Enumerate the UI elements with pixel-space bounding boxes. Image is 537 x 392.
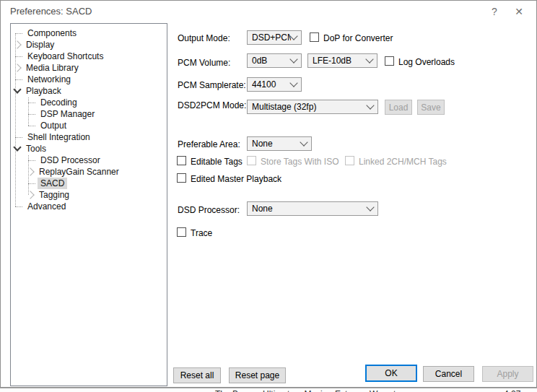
tree-item-label: Playback (25, 85, 63, 97)
tree-item-media-library[interactable]: Media Library (11, 62, 167, 74)
dsd-processor-value: None (252, 204, 367, 214)
background-window-strip: The Bourne Ultimatum Movie - Extreme Way… (0, 388, 537, 392)
tree-item-tools[interactable]: Tools (11, 143, 167, 154)
edited-master-playback-checkbox[interactable] (177, 173, 186, 183)
log-overloads-checkbox[interactable] (385, 56, 394, 66)
tree-item-output[interactable]: Output (11, 120, 167, 131)
editable-tags-label: Editable Tags (191, 157, 243, 167)
tree-item-dsd-processor[interactable]: DSD Processor (11, 154, 167, 166)
tree-connector (28, 183, 35, 184)
tree-item-label: Advanced (26, 201, 67, 212)
chevron-down-icon (289, 79, 297, 87)
close-button[interactable]: ✕ (507, 4, 531, 19)
pcm-samplerate-select[interactable]: 44100 (247, 77, 302, 92)
editable-tags-checkbox[interactable] (177, 156, 186, 165)
tree-item-label: Tools (25, 143, 48, 154)
tree-connector (28, 126, 35, 126)
chevron-right-icon[interactable] (13, 64, 21, 71)
chevron-down-icon[interactable] (13, 85, 21, 93)
tree-item-label: ReplayGain Scanner (38, 166, 121, 178)
store-tags-with-iso-checkbox (247, 156, 256, 165)
tree-item-decoding[interactable]: Decoding (11, 97, 167, 108)
tree-item-tagging[interactable]: Tagging (11, 189, 167, 201)
tree-connector (15, 56, 22, 57)
close-icon: ✕ (515, 6, 523, 17)
title-bar[interactable]: Preferences: SACD ? ✕ (1, 1, 536, 22)
chevron-down-icon (289, 55, 297, 63)
output-mode-value: DSD+PCM (252, 32, 291, 43)
tree-item-dsp-manager[interactable]: DSP Manager (11, 108, 167, 120)
dop-for-converter-checkbox[interactable] (310, 32, 319, 42)
window-title: Preferences: SACD (10, 6, 92, 17)
linked-2ch-mch-tags-label: Linked 2CH/MCH Tags (359, 157, 447, 167)
reset-all-button[interactable]: Reset all (173, 367, 221, 383)
tree-item-advanced[interactable]: Advanced (11, 201, 167, 212)
tree-item-shell-integration[interactable]: Shell Integration (11, 131, 167, 143)
chevron-right-icon[interactable] (26, 167, 34, 175)
chevron-right-icon[interactable] (26, 191, 34, 199)
chevron-down-icon (289, 32, 297, 40)
chevron-down-icon[interactable] (13, 143, 21, 151)
preferable-area-value: None (252, 139, 301, 149)
save-button[interactable]: Save (417, 100, 445, 115)
dsd2pcm-mode-label: DSD2PCM Mode: (178, 100, 246, 110)
load-button[interactable]: Load (385, 100, 412, 115)
output-mode-select[interactable]: DSD+PCM (247, 30, 302, 45)
pcm-volume-select[interactable]: 0dB (247, 53, 302, 68)
background-track-time: 4:27 (504, 389, 520, 392)
chevron-right-icon[interactable] (13, 40, 21, 48)
lfe-volume-select[interactable]: LFE-10dB (307, 53, 377, 68)
ok-button[interactable]: OK (365, 365, 417, 382)
tree-item-networking[interactable]: Networking (11, 74, 167, 85)
tree-item-label: Tagging (38, 189, 71, 201)
tree-connector (28, 114, 35, 115)
tree-connector (28, 160, 35, 161)
help-icon: ? (492, 6, 497, 17)
tree-item-label: Decoding (39, 97, 79, 108)
tree-connector (15, 79, 22, 80)
tree-item-label: Media Library (25, 62, 80, 74)
tree-item-replaygain-scanner[interactable]: ReplayGain Scanner (11, 166, 167, 178)
preferable-area-label: Preferable Area: (178, 139, 240, 149)
tree-item-components[interactable]: Components (11, 27, 167, 39)
store-tags-with-iso-label: Store Tags With ISO (261, 157, 339, 167)
tree-item-keyboard-shortcuts[interactable]: Keyboard Shortcuts (11, 51, 167, 62)
pcm-volume-value: 0dB (252, 56, 291, 66)
preferences-tree: Components Display Keyboard Shortcuts Me… (10, 23, 167, 386)
tree-item-label: DSD Processor (39, 154, 102, 166)
chevron-down-icon (366, 203, 374, 211)
preferable-area-select[interactable]: None (247, 136, 312, 151)
dop-for-converter-label: DoP for Converter (323, 33, 393, 43)
help-button[interactable]: ? (483, 4, 506, 19)
tree-item-label-selected: SACD (38, 178, 67, 189)
chevron-down-icon (366, 101, 374, 109)
dsd2pcm-mode-select[interactable]: Multistage (32fp) (247, 100, 378, 114)
linked-2ch-mch-tags-checkbox (345, 156, 354, 165)
tree-connector (28, 103, 35, 103)
tree-item-label: Components (26, 27, 78, 39)
apply-button[interactable]: Apply (482, 366, 533, 382)
tree-item-label: Shell Integration (26, 131, 92, 143)
tree-item-label: Keyboard Shortcuts (26, 51, 105, 62)
tree-item-playback[interactable]: Playback (11, 85, 167, 97)
reset-page-button[interactable]: Reset page (229, 367, 286, 383)
background-track-text: The Bourne Ultimatum Movie - Extreme Way… (215, 389, 403, 392)
tree-connector (15, 33, 22, 34)
trace-checkbox[interactable] (177, 227, 186, 237)
dsd2pcm-mode-value: Multistage (32fp) (252, 102, 367, 112)
preferences-dialog: Preferences: SACD ? ✕ Components Dis (0, 0, 537, 388)
tree-item-label: Display (25, 39, 56, 51)
tree-item-label: DSP Manager (39, 108, 96, 120)
output-mode-label: Output Mode: (178, 33, 230, 43)
tree-item-label: Output (39, 120, 68, 131)
chevron-down-icon (300, 138, 307, 146)
pcm-volume-label: PCM Volume: (178, 58, 230, 68)
screen: Preferences: SACD ? ✕ Components Dis (0, 0, 537, 392)
tree-item-display[interactable]: Display (11, 39, 167, 51)
pcm-samplerate-value: 44100 (252, 79, 291, 90)
cancel-button[interactable]: Cancel (423, 366, 474, 382)
tree-connector (15, 137, 22, 138)
tree-item-sacd[interactable]: SACD (11, 178, 167, 189)
dsd-processor-select[interactable]: None (247, 201, 378, 216)
log-overloads-label: Log Overloads (398, 57, 455, 67)
